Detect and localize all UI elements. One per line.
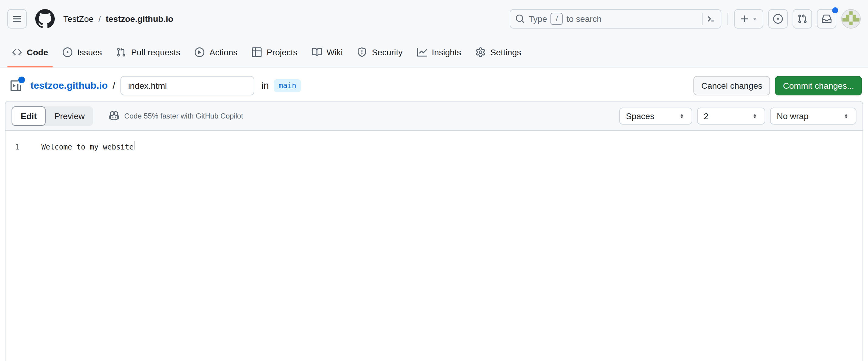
tab-projects[interactable]: Projects [247, 38, 302, 67]
notifications-button[interactable] [817, 9, 836, 29]
tab-settings-label: Settings [490, 47, 521, 57]
copilot-icon [109, 110, 120, 121]
header-divider [727, 13, 728, 25]
line-number: 1 [5, 141, 32, 153]
editor-toolbar: Edit Preview Code 55% faster with GitHub… [5, 101, 863, 131]
wrap-mode-value: No wrap [777, 111, 808, 121]
git-pull-request-icon [798, 14, 807, 24]
search-divider [702, 13, 703, 25]
tab-insights[interactable]: Insights [412, 38, 466, 67]
shield-icon [358, 47, 367, 57]
code-line: 1 Welcome to my website [5, 141, 863, 153]
tab-wiki-label: Wiki [327, 47, 343, 57]
tab-security-label: Security [372, 47, 403, 57]
global-header: TestZoe / testzoe.github.io Type / to se… [0, 0, 868, 38]
search-placeholder-suffix: to search [567, 14, 601, 24]
table-icon [252, 47, 262, 57]
issue-opened-icon [773, 14, 783, 24]
pull-requests-header-button[interactable] [793, 9, 812, 29]
command-palette-icon[interactable] [706, 14, 716, 24]
breadcrumb-repo[interactable]: testzoe.github.io [105, 14, 173, 24]
indent-mode-select[interactable]: Spaces [619, 107, 692, 124]
github-file-editor-page: TestZoe / testzoe.github.io Type / to se… [0, 0, 868, 361]
gear-icon [476, 47, 486, 57]
in-label: in [261, 80, 269, 91]
tab-settings[interactable]: Settings [471, 38, 526, 67]
graph-icon [417, 47, 427, 57]
commit-changes-button[interactable]: Commit changes... [775, 76, 862, 95]
hamburger-menu-button[interactable] [7, 9, 27, 29]
header-actions [734, 9, 861, 29]
copilot-banner[interactable]: Code 55% faster with GitHub Copilot [109, 110, 243, 121]
code-icon [12, 47, 22, 57]
tab-security[interactable]: Security [352, 38, 407, 67]
tab-preview[interactable]: Preview [46, 106, 93, 126]
tab-insights-label: Insights [432, 47, 461, 57]
search-icon [515, 14, 525, 24]
slash-key-hint: / [551, 13, 563, 25]
breadcrumb-owner[interactable]: TestZoe [63, 14, 94, 24]
breadcrumb-separator: / [98, 14, 101, 24]
branch-badge[interactable]: main [274, 79, 301, 92]
wrap-mode-select[interactable]: No wrap [770, 107, 857, 124]
github-logo[interactable] [35, 9, 55, 29]
path-separator: / [113, 80, 115, 91]
unfold-arrows-icon [751, 112, 758, 120]
text-cursor [133, 141, 134, 150]
breadcrumb: TestZoe / testzoe.github.io [63, 14, 173, 24]
copilot-banner-text: Code 55% faster with GitHub Copilot [124, 111, 243, 120]
tab-code[interactable]: Code [7, 38, 53, 67]
edit-preview-toggle: Edit Preview [11, 106, 93, 126]
search-input[interactable]: Type / to search [510, 9, 721, 29]
git-pull-request-icon [117, 47, 126, 57]
create-new-button[interactable] [734, 9, 764, 29]
tab-actions[interactable]: Actions [190, 38, 242, 67]
editor-panel: Edit Preview Code 55% faster with GitHub… [5, 101, 863, 361]
draft-indicator-dot [18, 76, 25, 83]
book-icon [312, 47, 322, 57]
inbox-icon [822, 14, 832, 24]
avatar[interactable] [841, 9, 861, 29]
plus-icon [740, 14, 749, 24]
tab-wiki[interactable]: Wiki [307, 38, 348, 67]
play-icon [195, 47, 205, 57]
tab-issues-label: Issues [77, 47, 102, 57]
tab-pull-requests[interactable]: Pull requests [112, 38, 185, 67]
indent-size-value: 2 [704, 111, 709, 121]
tab-issues[interactable]: Issues [58, 38, 107, 67]
three-bars-icon [12, 14, 22, 24]
indent-mode-value: Spaces [626, 111, 654, 121]
cancel-changes-button[interactable]: Cancel changes [693, 76, 770, 95]
tab-pull-requests-label: Pull requests [131, 47, 180, 57]
unfold-arrows-icon [842, 112, 850, 120]
tab-actions-label: Actions [210, 47, 238, 57]
tab-code-label: Code [27, 47, 48, 57]
search-placeholder-prefix: Type [529, 14, 547, 24]
indent-size-select[interactable]: 2 [697, 107, 765, 124]
repo-root-link[interactable]: testzoe.github.io [30, 80, 108, 91]
issues-header-button[interactable] [768, 9, 788, 29]
file-header: testzoe.github.io / in main Cancel chang… [0, 67, 868, 101]
identicon [841, 9, 861, 29]
filename-input[interactable] [120, 76, 254, 95]
tab-edit[interactable]: Edit [11, 106, 46, 126]
tab-projects-label: Projects [267, 47, 298, 57]
unread-notification-dot [832, 7, 838, 13]
github-mark-icon [35, 9, 55, 29]
unfold-arrows-icon [678, 112, 685, 120]
triangle-down-icon [752, 16, 758, 22]
issue-opened-icon [63, 47, 72, 57]
file-tree-toggle-button[interactable] [6, 76, 26, 95]
code-text: Welcome to my website [32, 141, 133, 153]
code-editor[interactable]: 1 Welcome to my website [5, 131, 863, 361]
repo-nav: Code Issues Pull requests Actions Projec… [0, 38, 868, 67]
